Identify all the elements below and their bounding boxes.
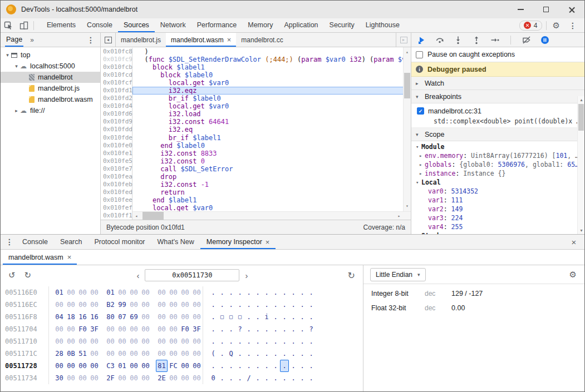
code-line-address[interactable]: 0x010fd9 xyxy=(101,118,132,126)
code-line[interactable]: 0x010fd1 i32.eqz xyxy=(101,87,411,95)
ascii-char[interactable]: . xyxy=(298,348,307,360)
code-line-address[interactable]: 0x010fd2 xyxy=(101,95,132,102)
hex-byte[interactable]: 00 xyxy=(140,311,151,323)
code-line-address[interactable]: 0x010fee xyxy=(101,196,132,204)
expand-arrow-icon[interactable]: ▾ xyxy=(4,52,11,58)
hex-byte[interactable]: 00 xyxy=(128,360,140,372)
hex-byte[interactable]: 00 xyxy=(65,323,77,335)
hex-byte[interactable]: 00 xyxy=(128,372,140,384)
hex-byte[interactable]: 00 xyxy=(140,323,151,335)
hex-byte[interactable]: 00 xyxy=(105,323,116,335)
close-tab-icon[interactable]: × xyxy=(266,239,270,246)
code-line[interactable]: 0x010fe5 i32.const 0 xyxy=(101,157,411,165)
code-line[interactable]: 0x010fdd i32.eq xyxy=(101,126,411,133)
hex-byte[interactable]: 01 xyxy=(105,286,116,299)
hex-byte[interactable]: 00 xyxy=(168,348,179,360)
hex-byte[interactable]: 00 xyxy=(168,299,179,311)
hex-byte[interactable]: 99 xyxy=(116,299,128,311)
code-line[interactable]: 0x010fd2 br_if $label0 xyxy=(101,95,411,102)
hex-byte[interactable]: 00 xyxy=(89,335,100,348)
ascii-char[interactable]: . xyxy=(289,286,298,299)
ascii-char[interactable]: . xyxy=(280,286,289,299)
ascii-char[interactable]: . xyxy=(253,372,262,384)
ascii-char[interactable]: ? xyxy=(307,323,316,335)
ascii-char[interactable]: i xyxy=(262,311,271,323)
code-line-address[interactable]: 0x010fd1 xyxy=(101,87,132,95)
hex-byte[interactable]: B2 xyxy=(105,299,116,311)
ascii-char[interactable]: . xyxy=(209,311,218,323)
hex-byte[interactable]: 00 xyxy=(77,299,89,311)
source-tab-mandelbrot-js[interactable]: mandelbrot.js xyxy=(116,33,166,47)
ascii-char[interactable]: . xyxy=(218,335,227,348)
pause-caught-exceptions-row[interactable]: Pause on caught exceptions xyxy=(411,47,584,62)
ascii-char[interactable]: . xyxy=(218,348,227,360)
breakpoint-entry[interactable]: ✓ mandelbrot.cc:31 std::complex<double> … xyxy=(411,103,584,128)
settings-gear-icon[interactable]: ⚙ xyxy=(548,21,564,31)
tree-item-top[interactable]: ▾top xyxy=(1,49,100,61)
ascii-char[interactable]: . xyxy=(227,360,235,372)
pause-caught-exceptions-checkbox[interactable] xyxy=(416,51,423,58)
ascii-char[interactable]: . xyxy=(262,323,271,335)
scroll-left-icon[interactable]: ◂ xyxy=(132,212,140,220)
ascii-char[interactable]: . xyxy=(298,335,307,348)
watch-section-header[interactable]: ▸ Watch xyxy=(411,77,584,90)
code-line[interactable]: 0x010fcf local.get $var0 xyxy=(101,79,411,87)
hex-byte[interactable]: 00 xyxy=(156,299,168,311)
tree-item-mandelbrot-wasm[interactable]: mandelbrot.wasm xyxy=(1,94,100,105)
step-into-button[interactable] xyxy=(454,36,463,44)
code-line[interactable]: 0x010fea drop xyxy=(101,173,411,181)
ascii-char[interactable]: . xyxy=(253,299,262,311)
ascii-char[interactable]: ( xyxy=(209,348,218,360)
ascii-char[interactable]: . xyxy=(271,299,280,311)
hex-byte[interactable]: 16 xyxy=(89,311,100,323)
code-line-address[interactable]: 0x010fed xyxy=(101,188,132,196)
hex-byte[interactable]: FC xyxy=(168,360,179,372)
hex-byte[interactable]: 00 xyxy=(179,286,191,299)
hex-byte[interactable]: 3F xyxy=(89,323,100,335)
scrollbar-thumb[interactable] xyxy=(404,73,410,98)
hex-byte[interactable]: 00 xyxy=(89,286,100,299)
ascii-char[interactable]: . xyxy=(227,335,235,348)
scrollbar-thumb[interactable] xyxy=(142,212,164,220)
code-line[interactable]: 0x010fd6 i32.load xyxy=(101,110,411,118)
tree-item-mandelbrot-js[interactable]: mandelbrot.js xyxy=(1,83,100,94)
hex-byte[interactable]: 2E xyxy=(156,372,168,384)
hex-byte[interactable]: 07 xyxy=(116,311,128,323)
ascii-char[interactable]: . xyxy=(307,286,316,299)
hex-byte[interactable]: 00 xyxy=(156,335,168,348)
scope-entry-globals[interactable]: ▸globals: {global0: 5306976, global1: 65… xyxy=(411,160,584,169)
scope-section-header[interactable]: ▾ Scope xyxy=(411,128,584,141)
ascii-char[interactable]: . xyxy=(298,360,307,372)
hex-byte[interactable]: 00 xyxy=(105,335,116,348)
drawer-tab-protocol-monitor[interactable]: Protocol monitor xyxy=(88,235,151,249)
hex-byte[interactable]: 00 xyxy=(140,286,151,299)
previous-page-icon[interactable]: ‹ xyxy=(131,271,145,280)
ascii-char[interactable]: . xyxy=(244,286,253,299)
hex-byte[interactable]: 00 xyxy=(65,299,77,311)
hex-byte[interactable]: 00 xyxy=(77,372,89,384)
hex-byte[interactable]: 00 xyxy=(89,360,100,372)
hex-byte[interactable]: 00 xyxy=(179,372,191,384)
ascii-char[interactable]: . xyxy=(209,360,218,372)
error-badge[interactable]: 4 xyxy=(519,21,542,31)
selected-byte[interactable]: 81 xyxy=(156,360,168,372)
source-tab-mandelbrot-cc[interactable]: mandelbrot.cc xyxy=(236,33,288,47)
ascii-char[interactable]: . xyxy=(218,372,227,384)
scroll-right-icon[interactable]: ▸ xyxy=(395,212,403,220)
ascii-char[interactable]: . xyxy=(218,323,227,335)
hex-byte[interactable]: 00 xyxy=(168,335,179,348)
code-line-address[interactable]: 0x010fe5 xyxy=(101,157,132,165)
ascii-char[interactable]: □ xyxy=(227,311,235,323)
hex-byte[interactable]: 00 xyxy=(140,372,151,384)
memory-file-tab[interactable]: mandelbrot.wasm × xyxy=(3,250,77,265)
drawer-menu-icon[interactable]: ⋮ xyxy=(3,235,16,249)
code-line-address[interactable]: 0x010fde xyxy=(101,134,132,142)
scroll-down-icon[interactable]: ▾ xyxy=(404,202,411,210)
hex-byte[interactable]: 00 xyxy=(168,311,179,323)
pause-on-exceptions-button[interactable] xyxy=(540,36,549,44)
code-line[interactable]: 0x010fef local.get $var0 xyxy=(101,204,411,211)
hex-byte[interactable]: 28 xyxy=(53,348,65,360)
code-line-address[interactable]: 0x010fe0 xyxy=(101,142,132,150)
ascii-char[interactable]: . xyxy=(271,335,280,348)
ascii-char[interactable]: . xyxy=(227,372,235,384)
